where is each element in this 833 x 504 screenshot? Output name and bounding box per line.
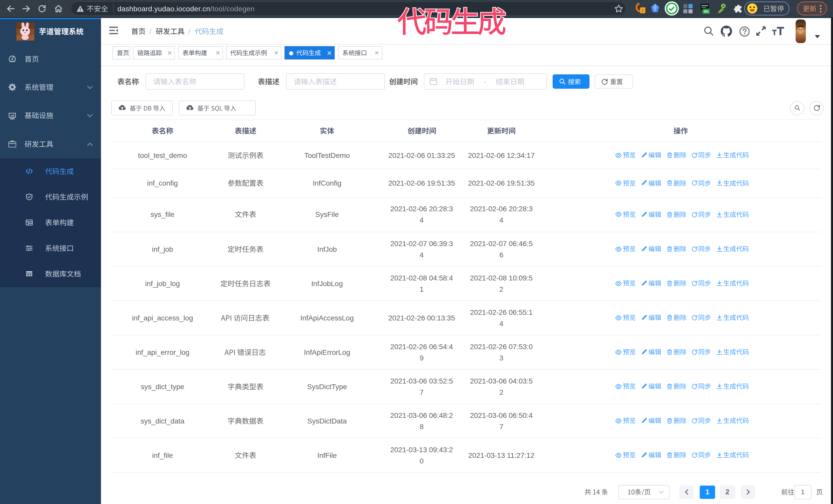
svg-text:1: 1 xyxy=(642,8,644,13)
svg-text:on: on xyxy=(704,9,709,13)
